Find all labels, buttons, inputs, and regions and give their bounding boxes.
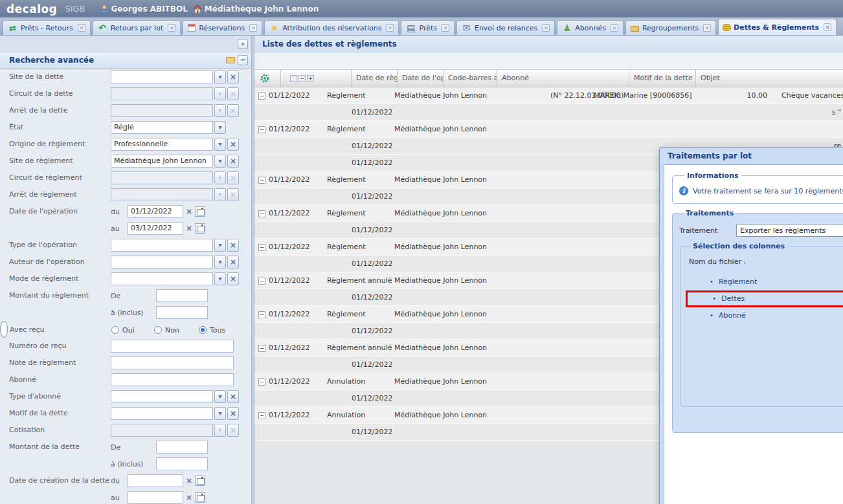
- tab[interactable]: Retours par lot ×: [93, 20, 181, 35]
- date-input[interactable]: 03/12/2022: [128, 222, 183, 235]
- clear-date-icon[interactable]: ×: [185, 493, 194, 502]
- clear-date-icon[interactable]: ×: [185, 224, 194, 233]
- date-input[interactable]: 01/12/2022: [128, 205, 183, 218]
- tab-close-icon[interactable]: ×: [168, 24, 175, 32]
- column-header[interactable]: Date de règle: [352, 70, 398, 87]
- collapse-row-icon[interactable]: [258, 93, 265, 100]
- tab-close-icon[interactable]: ×: [78, 24, 85, 32]
- tab[interactable]: Prêts - Retours ×: [3, 20, 91, 35]
- collapse-sidebar-icon[interactable]: «: [238, 39, 248, 49]
- chevron-down-icon[interactable]: [214, 121, 226, 134]
- column-header[interactable]: Objet: [696, 70, 843, 87]
- tab-close-icon[interactable]: ×: [249, 24, 257, 32]
- column-header[interactable]: Date de l'opé: [398, 70, 444, 87]
- gear-icon[interactable]: [260, 73, 270, 83]
- tab[interactable]: Envoi de relances ×: [456, 20, 555, 35]
- collapse-row-icon[interactable]: [258, 244, 265, 251]
- clear-field-icon[interactable]: [227, 104, 239, 117]
- column-header[interactable]: Code-barres ab: [444, 70, 497, 87]
- dropdown-field[interactable]: Médiathèque John Lennon: [111, 155, 213, 168]
- collapse-row-icon[interactable]: [258, 345, 265, 352]
- radio-icon[interactable]: [154, 326, 162, 334]
- dropdown-field[interactable]: [111, 71, 213, 83]
- calendar-icon[interactable]: [195, 476, 205, 486]
- collapse-row-icon[interactable]: [258, 126, 265, 133]
- tab-close-icon[interactable]: ×: [542, 24, 550, 32]
- chevron-down-icon[interactable]: [214, 138, 226, 151]
- collapse-row-icon[interactable]: [258, 210, 265, 217]
- tab[interactable]: Dettes & Règlements ×: [718, 19, 837, 35]
- tab[interactable]: Regroupements ×: [625, 20, 716, 35]
- clear-field-icon[interactable]: [227, 171, 239, 184]
- dropdown-field[interactable]: Réglé: [111, 121, 213, 134]
- dropdown-field[interactable]: Professionnelle: [111, 138, 213, 151]
- chevron-down-icon[interactable]: [214, 239, 226, 252]
- radio-option[interactable]: Tous: [199, 326, 225, 334]
- date-input[interactable]: [128, 474, 183, 487]
- collapse-row-icon[interactable]: [258, 412, 265, 419]
- current-site[interactable]: Médiathèque John Lennon: [193, 5, 319, 14]
- clear-field-icon[interactable]: [227, 256, 239, 268]
- chevron-down-icon[interactable]: [214, 71, 226, 83]
- chevron-down-icon[interactable]: [214, 272, 226, 285]
- dropdown-field[interactable]: [111, 87, 213, 100]
- minimize-panel-icon[interactable]: −: [238, 55, 248, 65]
- tab[interactable]: Réservations ×: [183, 20, 262, 35]
- text-input[interactable]: [111, 356, 234, 369]
- chevron-down-icon[interactable]: [214, 87, 226, 100]
- table-row[interactable]: 01/12/2022 Règlement Médiathèque John Le…: [254, 121, 843, 138]
- clear-field-icon[interactable]: [227, 155, 239, 168]
- tab-close-icon[interactable]: ×: [442, 24, 449, 32]
- calendar-icon[interactable]: [195, 492, 205, 503]
- amount-input[interactable]: [156, 441, 208, 454]
- text-input[interactable]: [111, 373, 234, 386]
- clear-field-icon[interactable]: [227, 87, 239, 100]
- table-row[interactable]: 01/12/2022 Règlement Médiathèque John Le…: [254, 87, 843, 104]
- chevron-down-icon[interactable]: [214, 407, 226, 420]
- column-header[interactable]: Motif de la dette: [629, 70, 696, 87]
- radio-option[interactable]: Oui: [111, 326, 154, 334]
- chevron-down-icon[interactable]: [214, 390, 226, 403]
- expand-all-icon[interactable]: +: [307, 75, 314, 82]
- dropdown-field[interactable]: [111, 104, 213, 117]
- clear-field-icon[interactable]: [227, 390, 239, 403]
- collapse-row-icon[interactable]: [258, 278, 265, 285]
- date-input[interactable]: [128, 491, 183, 504]
- text-input[interactable]: [111, 340, 234, 353]
- dropdown-field[interactable]: [111, 272, 213, 285]
- tab-close-icon[interactable]: ×: [611, 24, 618, 32]
- clear-field-icon[interactable]: [227, 407, 239, 420]
- dropdown-field[interactable]: [111, 424, 213, 437]
- amount-input[interactable]: [156, 457, 208, 470]
- clear-field-icon[interactable]: [227, 272, 239, 285]
- collapse-row-icon[interactable]: [258, 177, 265, 184]
- clear-field-icon[interactable]: [227, 71, 239, 83]
- collapse-all-icon[interactable]: −: [298, 75, 306, 82]
- chevron-down-icon[interactable]: [214, 424, 226, 437]
- tab[interactable]: Abonnés ×: [557, 20, 624, 35]
- clear-field-icon[interactable]: [227, 424, 239, 437]
- tab[interactable]: Prêts ×: [401, 20, 455, 35]
- dialog-title-bar[interactable]: Traitements par lot ×: [660, 148, 843, 164]
- current-user[interactable]: Georges ABITBOL: [100, 5, 188, 14]
- tab-close-icon[interactable]: ×: [386, 24, 394, 32]
- calendar-icon[interactable]: [195, 206, 205, 217]
- tab[interactable]: Attribution des réservations ×: [264, 20, 399, 35]
- clear-field-icon[interactable]: [227, 239, 239, 252]
- radio-icon[interactable]: [199, 326, 207, 334]
- table-row[interactable]: 01/12/2022 01/12/2022 s ": [254, 104, 843, 121]
- chevron-down-icon[interactable]: [214, 104, 226, 117]
- treatment-select[interactable]: Exporter les règlements: [736, 224, 843, 237]
- tab-close-icon[interactable]: ×: [824, 23, 831, 31]
- dropdown-field[interactable]: [111, 390, 213, 403]
- radio-icon[interactable]: [111, 326, 119, 334]
- dropdown-field[interactable]: [111, 407, 213, 420]
- clear-field-icon[interactable]: [227, 188, 239, 201]
- amount-input[interactable]: [156, 289, 208, 302]
- grid-settings-cell[interactable]: [254, 70, 281, 87]
- dropdown-field[interactable]: [111, 256, 213, 268]
- radio-option[interactable]: Non: [154, 326, 199, 334]
- chevron-down-icon[interactable]: [214, 171, 226, 184]
- amount-input[interactable]: [156, 306, 208, 319]
- clear-date-icon[interactable]: ×: [185, 476, 194, 485]
